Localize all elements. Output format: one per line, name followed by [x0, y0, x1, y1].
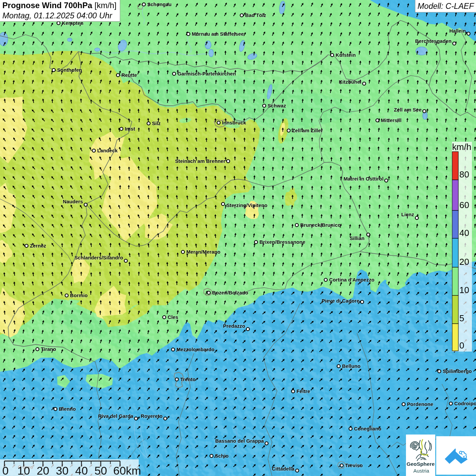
svg-text:Sonthofen: Sonthofen: [57, 67, 82, 73]
svg-text:Prognose Wind 700hPa [km/h]: Prognose Wind 700hPa [km/h]: [2, 1, 117, 10]
svg-text:Schongau: Schongau: [147, 2, 172, 7]
svg-text:Mezzolombardo: Mezzolombardo: [176, 347, 215, 352]
svg-text:Silz: Silz: [152, 121, 161, 126]
svg-text:Innsbruck: Innsbruck: [222, 120, 246, 125]
svg-text:Pieve di Cadore: Pieve di Cadore: [322, 298, 359, 304]
svg-text:40: 40: [75, 464, 88, 476]
svg-text:Nauders: Nauders: [63, 199, 83, 204]
svg-text:Mittersill: Mittersill: [381, 118, 402, 123]
svg-text:Rovereto: Rovereto: [141, 413, 163, 419]
svg-text:Cittadella: Cittadella: [272, 466, 294, 472]
svg-text:Sterzing/Vipiteno: Sterzing/Vipiteno: [226, 203, 268, 208]
svg-text:Imst: Imst: [125, 126, 135, 132]
svg-text:Meran/Merano: Meran/Merano: [186, 249, 220, 255]
svg-text:Zell am See: Zell am See: [394, 107, 422, 113]
svg-text:Pordenone: Pordenone: [407, 402, 433, 407]
svg-text:Trento: Trento: [180, 377, 196, 382]
svg-text:10: 10: [17, 464, 30, 476]
svg-text:Berchtesgaden: Berchtesgaden: [415, 38, 452, 44]
svg-text:50: 50: [95, 464, 107, 476]
svg-text:30: 30: [56, 464, 68, 476]
svg-text:Predazzo: Predazzo: [223, 323, 245, 329]
svg-text:20: 20: [459, 257, 469, 267]
svg-text:10: 10: [459, 285, 469, 295]
svg-text:20: 20: [37, 464, 49, 476]
svg-text:Austria: Austria: [413, 468, 429, 474]
svg-text:Conegliano: Conegliano: [354, 426, 381, 431]
svg-text:Lienz: Lienz: [401, 212, 414, 217]
svg-text:Bormio: Bormio: [70, 293, 88, 298]
svg-text:0: 0: [2, 464, 9, 476]
svg-text:Hallein: Hallein: [449, 28, 466, 34]
svg-text:5: 5: [459, 313, 464, 323]
svg-text:Schlanders/Silandro: Schlanders/Silandro: [74, 255, 123, 260]
svg-text:Belluno: Belluno: [342, 363, 360, 369]
svg-text:0: 0: [459, 340, 464, 351]
svg-text:km/h: km/h: [452, 142, 471, 152]
svg-text:Feltre: Feltre: [296, 389, 310, 394]
svg-text:Riva del Garda: Riva del Garda: [98, 413, 133, 419]
svg-text:Montag, 01.12.2025 04:00 Uhr: Montag, 01.12.2025 04:00 Uhr: [2, 11, 113, 20]
svg-text:Zell am Ziller: Zell am Ziller: [292, 128, 323, 133]
svg-text:Reutte: Reutte: [121, 72, 137, 78]
svg-text:Spilimbergo: Spilimbergo: [443, 369, 472, 374]
svg-text:Bassano del Grappa: Bassano del Grappa: [215, 438, 264, 444]
svg-text:Bozen/Bolzano: Bozen/Bolzano: [212, 290, 248, 295]
svg-text:Bienno: Bienno: [59, 406, 76, 412]
svg-text:Sillian: Sillian: [350, 236, 364, 241]
svg-text:GeoSphere: GeoSphere: [407, 461, 435, 467]
svg-text:Landeck: Landeck: [97, 148, 118, 153]
svg-text:Murnau am Staffelsee: Murnau am Staffelsee: [192, 31, 244, 37]
svg-text:Steinach am Brenner: Steinach am Brenner: [175, 158, 225, 164]
svg-text:Tirano: Tirano: [41, 346, 56, 352]
svg-text:Cortina d'Ampezzo: Cortina d'Ampezzo: [329, 277, 374, 283]
svg-text:Zernez: Zernez: [30, 243, 46, 249]
svg-text:Bad Tölz: Bad Tölz: [245, 13, 266, 18]
svg-text:60: 60: [459, 200, 469, 210]
svg-text:Codroipo: Codroipo: [454, 401, 476, 406]
svg-text:Garmisch-Partenkirchen: Garmisch-Partenkirchen: [177, 71, 236, 76]
svg-text:Bruneck/Brunico: Bruneck/Brunico: [300, 222, 341, 228]
svg-text:Cles: Cles: [168, 314, 178, 320]
svg-text:Kufstein: Kufstein: [336, 52, 356, 58]
svg-text:Modell: C-LAEF: Modell: C-LAEF: [418, 2, 474, 11]
svg-text:80: 80: [459, 169, 469, 180]
svg-text:Schio: Schio: [215, 453, 228, 459]
svg-text:Kitzbühel: Kitzbühel: [339, 79, 361, 85]
svg-text:Schwaz: Schwaz: [268, 103, 286, 108]
svg-text:Treviso: Treviso: [345, 463, 363, 468]
svg-text:Brixen/Bressanone: Brixen/Bressanone: [259, 239, 305, 245]
svg-text:Matrei in Osttirol: Matrei in Osttirol: [343, 176, 384, 182]
svg-text:60km: 60km: [113, 464, 141, 476]
svg-text:40: 40: [459, 228, 469, 238]
